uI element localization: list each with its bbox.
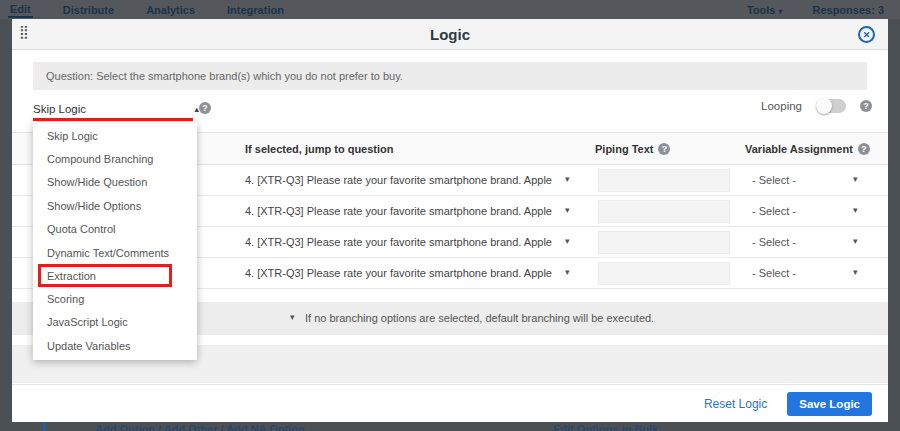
nav-tab-edit[interactable]: Edit <box>8 2 33 18</box>
chevron-down-icon[interactable]: ▾ <box>853 205 858 215</box>
help-icon[interactable]: ? <box>199 102 211 114</box>
piping-text-input[interactable] <box>598 231 730 254</box>
menu-item-javascript-logic[interactable]: JavaScript Logic <box>33 311 197 334</box>
chevron-down-icon[interactable]: ▾ <box>290 312 295 322</box>
chevron-down-icon[interactable]: ▾ <box>565 236 570 246</box>
logic-type-value: Skip Logic <box>33 103 86 115</box>
red-highlight-underline <box>33 118 193 121</box>
variable-assignment-select[interactable]: - Select - <box>752 174 796 186</box>
chevron-down-icon: ▾ <box>778 7 782 16</box>
column-header-variable: Variable Assignment ? <box>745 143 870 155</box>
top-nav-menu: Edit Distribute Analytics Integration <box>0 2 286 18</box>
edit-options-bulk-link[interactable]: Edit Options in Bulk <box>553 423 658 431</box>
piping-text-input[interactable] <box>598 169 730 192</box>
looping-label: Looping <box>761 100 802 112</box>
chevron-down-icon[interactable]: ▾ <box>853 174 858 184</box>
add-option-links[interactable]: Add Option / Add Other / Add NA Option <box>95 423 305 431</box>
close-icon[interactable]: ✕ <box>858 26 875 43</box>
default-branching-note: If no branching options are selected, de… <box>305 312 654 324</box>
menu-item-scoring[interactable]: Scoring <box>33 287 197 310</box>
menu-item-show-hide-options[interactable]: Show/Hide Options <box>33 194 197 217</box>
variable-assignment-select[interactable]: - Select - <box>752 267 796 279</box>
column-header-piping: Piping Text ? <box>595 143 670 155</box>
modal-title: Logic <box>12 26 888 43</box>
menu-item-dynamic-text-comments[interactable]: Dynamic Text/Comments <box>33 241 197 264</box>
piping-text-input[interactable] <box>598 200 730 223</box>
nav-tab-integration[interactable]: Integration <box>225 3 286 17</box>
toggle-knob <box>816 98 832 114</box>
question-banner: Question: Select the smartphone brand(s)… <box>33 62 867 90</box>
tools-menu[interactable]: Tools▾ <box>745 3 785 17</box>
logic-type-dropdown-menu: Skip Logic Compound Branching Show/Hide … <box>33 122 197 360</box>
jump-question-select[interactable]: 4. [XTR-Q3] Please rate your favorite sm… <box>245 236 552 248</box>
responses-count[interactable]: Responses: 3 <box>810 3 886 17</box>
menu-item-compound-branching[interactable]: Compound Branching <box>33 147 197 170</box>
chevron-down-icon[interactable]: ▾ <box>853 267 858 277</box>
chevron-down-icon[interactable]: ▾ <box>853 236 858 246</box>
menu-item-quota-control[interactable]: Quota Control <box>33 218 197 241</box>
looping-control: Looping ? <box>761 99 872 113</box>
jump-question-select[interactable]: 4. [XTR-Q3] Please rate your favorite sm… <box>245 267 552 279</box>
piping-text-input[interactable] <box>598 262 730 285</box>
jump-question-select[interactable]: 4. [XTR-Q3] Please rate your favorite sm… <box>245 174 552 186</box>
help-icon[interactable]: ? <box>658 143 670 155</box>
variable-assignment-select[interactable]: - Select - <box>752 236 796 248</box>
logic-type-select[interactable]: Skip Logic ▴ <box>33 99 205 118</box>
chevron-down-icon[interactable]: ▾ <box>565 174 570 184</box>
chevron-down-icon[interactable]: ▾ <box>565 205 570 215</box>
looping-toggle[interactable] <box>816 99 846 113</box>
background-page-strip: Add Option / Add Other / Add NA Option E… <box>0 422 900 431</box>
variable-assignment-select[interactable]: - Select - <box>752 205 796 217</box>
top-nav-right: Tools▾ Responses: 3 <box>745 3 900 17</box>
drag-handle-icon[interactable]: ⣿ <box>19 24 27 39</box>
help-icon[interactable]: ? <box>860 100 872 112</box>
column-header-jump: If selected, jump to question <box>245 143 394 155</box>
nav-tab-distribute[interactable]: Distribute <box>61 3 116 17</box>
question-selection-bar <box>43 422 46 431</box>
jump-question-select[interactable]: 4. [XTR-Q3] Please rate your favorite sm… <box>245 205 552 217</box>
menu-item-extraction[interactable]: Extraction <box>38 264 172 287</box>
nav-tab-analytics[interactable]: Analytics <box>144 3 197 17</box>
menu-item-show-hide-question[interactable]: Show/Hide Question <box>33 171 197 194</box>
top-navbar: Edit Distribute Analytics Integration To… <box>0 0 900 19</box>
save-logic-button[interactable]: Save Logic <box>787 392 872 416</box>
reset-logic-link[interactable]: Reset Logic <box>704 397 767 411</box>
menu-item-skip-logic[interactable]: Skip Logic <box>33 124 197 147</box>
modal-header: ⣿ Logic ✕ <box>12 19 888 50</box>
logic-modal: ⣿ Logic ✕ Question: Select the smartphon… <box>12 19 888 422</box>
modal-footer: Reset Logic Save Logic <box>12 384 888 422</box>
help-icon[interactable]: ? <box>858 143 870 155</box>
chevron-down-icon[interactable]: ▾ <box>565 267 570 277</box>
menu-item-update-variables[interactable]: Update Variables <box>33 334 197 357</box>
